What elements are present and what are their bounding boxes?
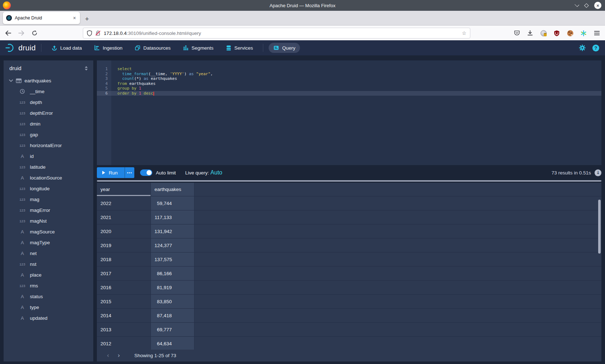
cell-earthquakes[interactable]: 59,744 [151,196,194,210]
column-item-rms[interactable]: 123rms [4,280,93,291]
cell-year[interactable]: 2016 [97,281,151,295]
column-item-gap[interactable]: 123gap [4,129,93,140]
table-row[interactable]: 201583,850 [97,295,601,309]
cell-year[interactable]: 2018 [97,252,151,267]
table-row[interactable]: 201487,418 [97,309,601,323]
cell-year[interactable]: 2022 [97,196,151,210]
window-close-icon[interactable]: × [594,2,601,9]
live-query-value[interactable]: Auto [210,169,222,176]
table-row[interactable]: 2019124,377 [97,238,601,252]
help-icon[interactable]: ? [592,45,599,51]
column-header-year[interactable]: year [97,183,151,196]
download-results-icon[interactable]: ↓ [595,169,601,176]
column-item-magType[interactable]: AmagType [4,237,93,248]
cell-year[interactable]: 2014 [97,309,151,323]
table-row[interactable]: 201369,777 [97,323,601,337]
cell-earthquakes[interactable]: 69,777 [151,323,194,337]
column-item-type[interactable]: Atype [4,302,93,313]
column-item-depth[interactable]: 123depth [4,97,93,108]
tracking-protection-shield-icon[interactable] [87,30,92,36]
pocket-icon[interactable] [514,30,520,36]
cell-earthquakes[interactable]: 87,418 [151,309,194,323]
nav-item-segments[interactable]: Segments [178,43,218,53]
cell-earthquakes[interactable]: 124,377 [151,238,194,252]
column-item-depthError[interactable]: 123depthError [4,108,93,118]
downloads-icon[interactable] [527,30,533,36]
table-row[interactable]: 201786,166 [97,267,601,281]
column-item-magNst[interactable]: 123magNst [4,215,93,226]
table-row[interactable]: 201681,919 [97,281,601,295]
browser-tab-apache-druid[interactable]: Apache Druid × [3,12,80,24]
column-item-magError[interactable]: 123magError [4,205,93,215]
chevron-down-icon[interactable] [9,79,13,82]
run-more-options-button[interactable]: ••• [125,167,134,178]
vertical-scrollbar[interactable] [598,200,601,254]
settings-gear-icon[interactable] [579,44,586,51]
cell-year[interactable]: 2012 [97,337,151,350]
column-item-updated[interactable]: Aupdated [4,313,93,323]
url-bar[interactable]: 172.18.0.4:30109/unified-console.html#qu… [83,28,470,38]
column-item-mag[interactable]: 123mag [4,194,93,205]
back-icon[interactable] [5,31,11,36]
new-tab-button[interactable]: + [85,15,89,22]
tab-close-icon[interactable]: × [72,15,77,21]
string-type-icon: A [18,315,27,321]
window-minimize-icon[interactable] [575,3,579,7]
column-header-earthquakes[interactable]: earthquakes [151,183,194,196]
table-row[interactable]: 201264,634 [97,337,601,350]
forward-icon[interactable] [18,31,24,36]
resize-splitter[interactable] [97,180,601,182]
nav-item-ingestion[interactable]: Ingestion [89,43,127,53]
sql-editor[interactable]: 123456 select time_format(__time, 'YYYY'… [97,60,601,165]
column-item-latitude[interactable]: 123latitude [4,161,93,172]
table-row[interactable]: 2018137,575 [97,252,601,267]
window-maximize-icon[interactable] [584,3,589,8]
cell-earthquakes[interactable]: 117,133 [151,210,194,224]
column-item-horizontalError[interactable]: 123horizontalError [4,140,93,151]
column-item-longitude[interactable]: 123longitude [4,183,93,194]
sort-double-caret-icon[interactable] [84,66,88,71]
column-item-place[interactable]: Aplace [4,269,93,280]
nav-item-services[interactable]: Services [221,43,258,53]
cell-earthquakes[interactable]: 83,850 [151,295,194,309]
column-item-locationSource[interactable]: AlocationSource [4,172,93,183]
cell-year[interactable]: 2013 [97,323,151,337]
cell-year[interactable]: 2019 [97,238,151,252]
column-item-net[interactable]: Anet [4,248,93,259]
column-item-id[interactable]: Aid [4,151,93,161]
bookmark-star-icon[interactable]: ☆ [462,30,466,36]
column-item-__time[interactable]: __time [4,86,93,97]
cell-earthquakes[interactable]: 86,166 [151,267,194,281]
insecure-lock-icon[interactable] [95,30,100,36]
auto-limit-toggle[interactable] [140,169,152,176]
run-button[interactable]: Run [97,167,125,178]
column-item-nst[interactable]: 123nst [4,259,93,269]
column-item-status[interactable]: Astatus [4,291,93,302]
column-item-magSource[interactable]: AmagSource [4,226,93,237]
ublock-origin-icon[interactable] [554,30,560,36]
cell-year[interactable]: 2021 [97,210,151,224]
druid-logo[interactable]: druid [5,43,36,53]
menu-icon[interactable] [593,30,600,36]
table-row[interactable]: 202259,744 [97,196,601,210]
cell-year[interactable]: 2020 [97,224,151,238]
nav-item-load-data[interactable]: Load data [47,43,86,53]
previous-page-icon[interactable]: ‹ [103,352,113,359]
cell-earthquakes[interactable]: 81,919 [151,281,194,295]
reload-icon[interactable] [32,30,37,36]
table-row[interactable]: 2020131,942 [97,224,601,238]
next-page-icon[interactable]: › [113,352,124,359]
cell-year[interactable]: 2017 [97,267,151,281]
extension-privacy-icon[interactable] [540,30,547,36]
cell-earthquakes[interactable]: 64,634 [151,337,194,350]
cell-earthquakes[interactable]: 131,942 [151,224,194,238]
cell-year[interactable]: 2015 [97,295,151,309]
colorful-asterisk-extension-icon[interactable] [580,30,587,36]
column-item-dmin[interactable]: 123dmin [4,118,93,129]
nav-item-datasources[interactable]: Datasources [130,43,175,53]
table-row[interactable]: 2021117,133 [97,210,601,224]
cell-earthquakes[interactable]: 137,575 [151,252,194,267]
cookie-extension-icon[interactable] [567,30,573,36]
nav-item-query[interactable]: Query [269,43,300,53]
tree-item-earthquakes[interactable]: earthquakes [4,75,93,86]
